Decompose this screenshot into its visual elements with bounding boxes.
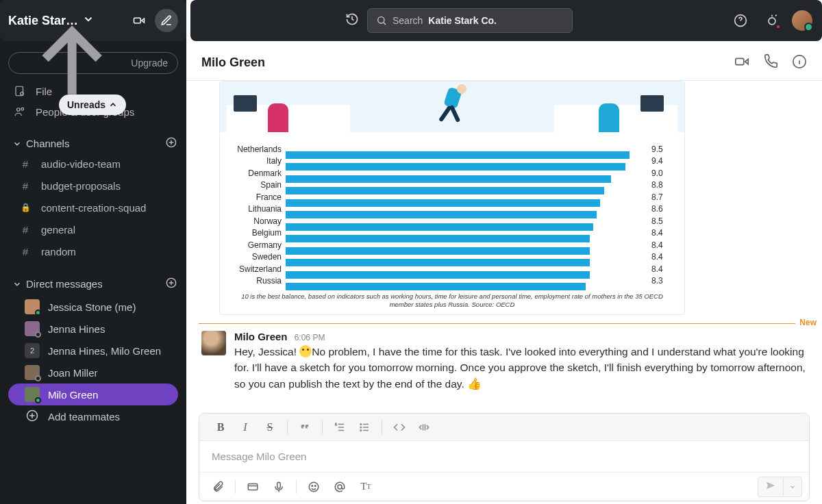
channel-content-creation-squad[interactable]: 🔒content-creation-squad <box>0 197 186 218</box>
channel-random[interactable]: #random <box>0 240 186 262</box>
message-composer: B I S 1 Message Milo Green <box>199 413 810 501</box>
video-call-icon[interactable] <box>734 54 749 72</box>
audio-clip-icon[interactable] <box>267 477 290 497</box>
attachment-illustration <box>220 81 684 132</box>
main-area: Search Katie Stark Co. Milo Green <box>186 0 822 504</box>
ordered-list-button[interactable]: 1 <box>328 417 351 438</box>
unreads-pill[interactable]: Unreads <box>59 94 126 115</box>
file-label: File <box>36 86 52 97</box>
channel-general[interactable]: #general <box>0 218 186 240</box>
svg-point-42 <box>309 482 319 492</box>
activity-icon[interactable] <box>760 9 784 32</box>
channel-budget-proposals[interactable]: #budget-proposals <box>0 175 186 197</box>
message: Milo Green 6:06 PM Hey, Jessica! No prob… <box>186 324 822 397</box>
chart: Netherlands9.5Italy9.4Denmark9.0Spain8.8… <box>220 132 684 288</box>
hash-icon: # <box>19 246 32 257</box>
compose-input[interactable]: Message Milo Green <box>199 441 809 472</box>
svg-line-16 <box>384 23 386 25</box>
bold-button[interactable]: B <box>209 417 232 438</box>
channels-header[interactable]: Channels <box>0 131 186 153</box>
svg-point-43 <box>312 485 313 486</box>
svg-point-4 <box>17 108 21 112</box>
lock-icon: 🔒 <box>19 203 32 212</box>
help-icon[interactable] <box>729 9 752 32</box>
svg-rect-21 <box>736 58 744 64</box>
video-clip-icon[interactable] <box>241 477 264 497</box>
upgrade-label: Upgrade <box>131 58 168 68</box>
hash-icon: # <box>19 180 32 192</box>
upgrade-button[interactable]: Upgrade <box>8 52 178 74</box>
svg-point-5 <box>21 108 24 110</box>
conversation-name[interactable]: Milo Green <box>201 55 265 70</box>
svg-rect-0 <box>134 18 141 23</box>
send-options-icon[interactable] <box>783 478 801 496</box>
add-teammates[interactable]: Add teammates <box>8 405 178 427</box>
dm-milo-green[interactable]: Milo Green <box>8 383 178 405</box>
dm-jenna-hines-milo-green[interactable]: 2Jenna Hines, Milo Green <box>8 340 178 362</box>
emoji-icon[interactable] <box>302 477 325 497</box>
svg-rect-2 <box>16 86 23 96</box>
info-icon[interactable] <box>792 54 807 72</box>
svg-point-19 <box>769 18 775 25</box>
image-attachment[interactable]: Netherlands9.5Italy9.4Denmark9.0Spain8.8… <box>219 81 685 315</box>
avatar <box>25 299 40 314</box>
svg-rect-40 <box>277 482 281 488</box>
italic-button[interactable]: I <box>234 417 257 438</box>
phone-call-icon[interactable] <box>763 54 778 72</box>
dm-joan-miller[interactable]: Joan Miller <box>8 362 178 383</box>
quote-button[interactable] <box>293 417 316 438</box>
svg-marker-22 <box>745 59 749 64</box>
dm-jessica-stone-me-[interactable]: Jessica Stone (me) <box>8 296 178 318</box>
plus-icon <box>25 410 40 424</box>
new-divider: New <box>199 323 810 324</box>
svg-point-44 <box>315 485 316 486</box>
svg-point-45 <box>338 485 342 489</box>
sender-avatar[interactable] <box>201 331 226 355</box>
send-button[interactable] <box>758 477 802 497</box>
svg-point-15 <box>378 17 384 23</box>
history-icon[interactable] <box>345 12 359 29</box>
composer-actions: TT <box>199 472 809 501</box>
dms-header[interactable]: Direct messages <box>0 272 186 293</box>
text-format-icon[interactable]: TT <box>354 477 377 497</box>
avatar <box>25 321 40 336</box>
message-time: 6:06 PM <box>295 333 325 342</box>
dm-jenna-hines[interactable]: Jenna Hines <box>8 318 178 340</box>
svg-text:1: 1 <box>335 423 336 426</box>
avatar <box>25 387 40 402</box>
strike-button[interactable]: S <box>258 417 282 438</box>
search-input[interactable]: Search Katie Stark Co. <box>367 8 573 33</box>
format-toolbar: B I S 1 <box>199 414 809 441</box>
chart-row: Netherlands9.5 <box>227 143 671 155</box>
code-button[interactable] <box>388 417 411 438</box>
channel-audio-video-team[interactable]: #audio-video-team <box>0 153 186 175</box>
conversation-header: Milo Green <box>186 45 822 81</box>
mention-icon[interactable] <box>328 477 351 497</box>
svg-point-33 <box>360 423 362 425</box>
svg-marker-1 <box>142 18 145 23</box>
hash-icon: # <box>19 158 32 170</box>
codeblock-button[interactable] <box>412 417 436 438</box>
svg-point-34 <box>360 427 362 428</box>
bullet-list-button[interactable] <box>353 417 376 438</box>
svg-rect-38 <box>248 483 258 490</box>
message-author[interactable]: Milo Green <box>234 331 288 342</box>
message-pane: Netherlands9.5Italy9.4Denmark9.0Spain8.8… <box>186 81 822 504</box>
attach-icon[interactable] <box>206 477 229 497</box>
avatar <box>25 365 40 380</box>
sidebar: Katie Star… Upgrade File People & user g… <box>0 0 186 504</box>
user-avatar[interactable] <box>792 10 812 31</box>
compose-icon[interactable] <box>155 9 178 32</box>
hash-icon: # <box>19 224 32 236</box>
add-dm-icon[interactable] <box>166 277 177 290</box>
group-count: 2 <box>25 343 40 358</box>
smile-emoji <box>299 345 312 357</box>
chart-footnote: 10 is the best balance, based on indicat… <box>220 288 684 310</box>
top-bar: Search Katie Stark Co. <box>190 0 822 41</box>
add-channel-icon[interactable] <box>166 137 177 150</box>
svg-point-35 <box>360 429 362 431</box>
video-icon[interactable] <box>127 9 151 32</box>
thumbs-up-emoji: 👍 <box>467 375 482 393</box>
message-body: Hey, Jessica! No problem, I have the tim… <box>234 344 807 393</box>
